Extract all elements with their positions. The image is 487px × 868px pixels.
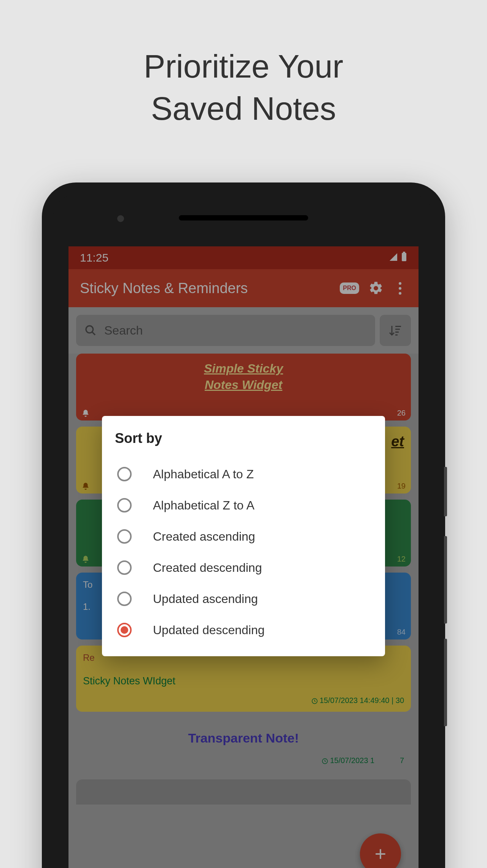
phone-frame: 11:25 Sticky Notes & Reminders PRO xyxy=(42,182,445,868)
dialog-title: Sort by xyxy=(115,430,372,446)
sort-option[interactable]: Alphabetical A to Z xyxy=(115,459,372,490)
radio-button[interactable] xyxy=(117,467,132,481)
sort-option-label: Created descending xyxy=(153,561,262,575)
sort-option[interactable]: Updated descending xyxy=(115,614,372,646)
sort-option-label: Alphabetical A to Z xyxy=(153,467,254,481)
side-button xyxy=(444,467,447,516)
sort-dialog: Sort by Alphabetical A to ZAlphabetical … xyxy=(102,416,385,656)
sort-option[interactable]: Updated ascending xyxy=(115,583,372,614)
sort-option-label: Updated descending xyxy=(153,623,265,637)
radio-button[interactable] xyxy=(117,529,132,544)
phone-speaker xyxy=(179,215,308,221)
phone-camera xyxy=(117,215,124,222)
side-button xyxy=(444,639,447,726)
sort-option[interactable]: Alphabetical Z to A xyxy=(115,490,372,521)
sort-option-label: Updated ascending xyxy=(153,592,258,606)
sort-option[interactable]: Created descending xyxy=(115,552,372,583)
radio-button[interactable] xyxy=(117,498,132,513)
side-button xyxy=(444,536,447,624)
app-screen: 11:25 Sticky Notes & Reminders PRO xyxy=(68,246,419,868)
marketing-headline: Prioritize Your Saved Notes xyxy=(0,0,487,130)
sort-option-label: Created ascending xyxy=(153,530,255,544)
sort-option[interactable]: Created ascending xyxy=(115,521,372,552)
sort-option-label: Alphabetical Z to A xyxy=(153,498,255,513)
radio-button[interactable] xyxy=(117,592,132,606)
radio-button[interactable] xyxy=(117,560,132,575)
radio-button[interactable] xyxy=(117,623,132,637)
